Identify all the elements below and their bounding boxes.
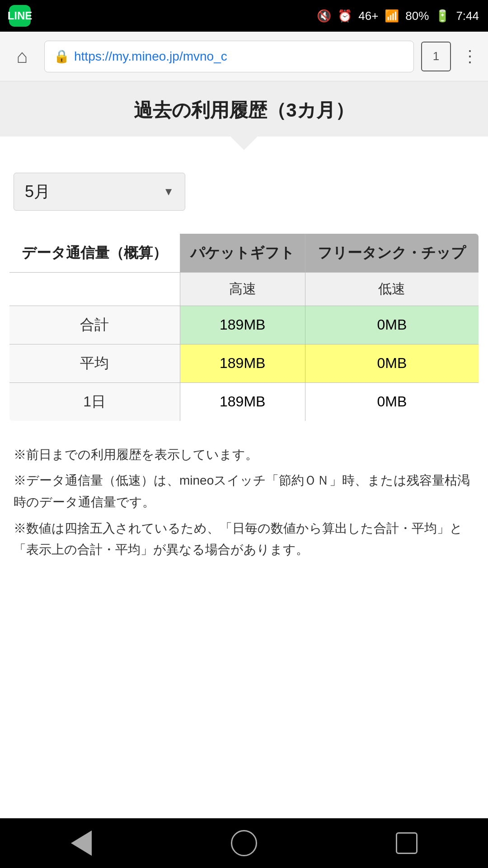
signal-strength: 46+: [358, 9, 378, 23]
browser-menu-button[interactable]: ⋮: [458, 42, 481, 71]
url-text: https://my.mineo.jp/mvno_c: [74, 49, 227, 64]
average-high-speed: 189MB: [180, 344, 305, 382]
total-low-speed: 0MB: [305, 306, 479, 344]
status-right: 🔇 ⏰ 46+ 📶 80% 🔋 7:44: [317, 9, 479, 23]
subheader-empty: [9, 272, 180, 306]
url-highlight: https://my.mineo.jp/mvno_c: [74, 49, 227, 63]
browser-home-button[interactable]: ⌂: [7, 42, 37, 71]
note-2: ※データ通信量（低速）は、mineoスイッチ「節約ＯＮ」時、または残容量枯渇時の…: [14, 470, 474, 513]
table-row-total: 合計 189MB 0MB: [9, 306, 479, 344]
table-section: データ通信量（概算） パケットギフト フリータンク・チップ 高速 低速 合計 1…: [0, 224, 488, 435]
daily-low-speed: 0MB: [305, 382, 479, 421]
page-title: 過去の利用履歴（3カ月）: [9, 98, 479, 123]
time-display: 7:44: [456, 9, 479, 23]
daily-high-speed: 189MB: [180, 382, 305, 421]
nav-recents-button[interactable]: [389, 825, 425, 861]
row-label-total: 合計: [9, 306, 180, 344]
tab-count: 1: [433, 49, 439, 63]
table-header-row: データ通信量（概算） パケットギフト フリータンク・チップ: [9, 234, 479, 273]
battery-percent: 80%: [405, 9, 429, 23]
page-content: 過去の利用履歴（3カ月） 5月 ▼ データ通信量（概算） パケットギフト フリー…: [0, 81, 488, 583]
month-label: 5月: [25, 181, 50, 203]
url-bar[interactable]: 🔒 https://my.mineo.jp/mvno_c: [44, 41, 414, 72]
usage-table: データ通信量（概算） パケットギフト フリータンク・チップ 高速 低速 合計 1…: [9, 233, 479, 421]
signal-bars: 📶: [385, 9, 399, 23]
nav-home-button[interactable]: [226, 825, 262, 861]
battery-icon: 🔋: [435, 9, 450, 23]
row-label-daily: 1日: [9, 382, 180, 421]
bottom-nav: [0, 818, 488, 868]
line-app-icon: LINE: [9, 5, 31, 27]
month-dropdown[interactable]: 5月 ▼: [14, 173, 185, 211]
status-left: LINE: [9, 5, 31, 27]
nav-back-button[interactable]: [63, 825, 99, 861]
average-low-speed: 0MB: [305, 344, 479, 382]
back-icon: [71, 830, 92, 856]
subheader-row: 高速 低速: [9, 272, 479, 306]
page-header: 過去の利用履歴（3カ月）: [0, 81, 488, 137]
status-bar: LINE 🔇 ⏰ 46+ 📶 80% 🔋 7:44: [0, 0, 488, 32]
col-header-freetank: フリータンク・チップ: [305, 234, 479, 273]
total-high-speed: 189MB: [180, 306, 305, 344]
col-header-packet: パケットギフト: [180, 234, 305, 273]
subheader-low-speed: 低速: [305, 272, 479, 306]
header-arrow-decoration: [230, 137, 258, 150]
dropdown-section: 5月 ▼: [0, 150, 488, 224]
alarm-icon: ⏰: [338, 9, 352, 23]
table-row-daily: 1日 189MB 0MB: [9, 382, 479, 421]
notes-section: ※前日までの利用履歴を表示しています。 ※データ通信量（低速）は、mineoスイ…: [0, 435, 488, 583]
note-1: ※前日までの利用履歴を表示しています。: [14, 444, 474, 466]
recents-square-icon: [396, 832, 418, 854]
mute-icon: 🔇: [317, 9, 331, 23]
tab-count-button[interactable]: 1: [421, 42, 451, 71]
home-circle-icon: [231, 830, 257, 856]
ssl-lock-icon: 🔒: [54, 49, 70, 64]
subheader-high-speed: 高速: [180, 272, 305, 306]
note-3: ※数値は四捨五入されているため、「日毎の数値から算出した合計・平均」と「表示上の…: [14, 518, 474, 561]
dropdown-arrow-icon: ▼: [163, 185, 174, 198]
table-row-average: 平均 189MB 0MB: [9, 344, 479, 382]
row-label-average: 平均: [9, 344, 180, 382]
col-header-data: データ通信量（概算）: [9, 234, 180, 273]
browser-bar: ⌂ 🔒 https://my.mineo.jp/mvno_c 1 ⋮: [0, 32, 488, 81]
